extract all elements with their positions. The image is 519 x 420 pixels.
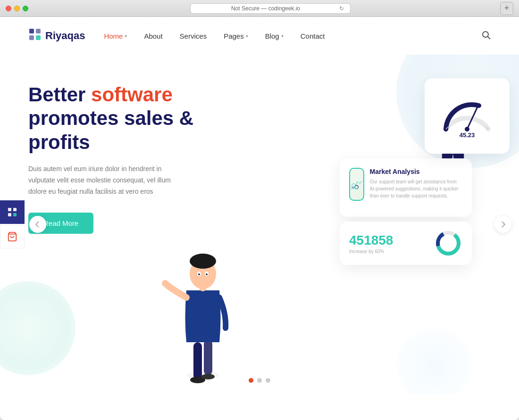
carousel-dot-2[interactable]	[257, 378, 262, 383]
svg-line-5	[488, 37, 490, 39]
refresh-icon[interactable]: ↻	[339, 5, 344, 12]
cart-widget[interactable]	[0, 225, 25, 248]
svg-point-18	[190, 254, 216, 269]
decorative-blob-bottom-right	[396, 328, 472, 394]
gauge-value: 45.23	[460, 132, 475, 139]
hero-text-block: Better software promotes sales & profits…	[28, 83, 193, 234]
chevron-down-icon: ▾	[281, 33, 284, 39]
logo-icon	[28, 28, 42, 44]
svg-rect-31	[352, 186, 353, 189]
svg-point-21	[198, 273, 200, 275]
window-controls	[6, 6, 28, 11]
svg-rect-2	[29, 35, 34, 40]
carousel-dots	[249, 378, 270, 383]
svg-point-22	[206, 273, 208, 275]
dashboard-cards: 45.23	[340, 78, 472, 265]
browser-window: Not Secure — codingeek.io ↻ + Riyaqas	[0, 0, 519, 420]
stats-card: 451858 Increase by 60%	[340, 222, 472, 265]
nav-item-services[interactable]: Services	[180, 32, 207, 40]
address-bar-container: Not Secure — codingeek.io ↻	[62, 3, 472, 14]
svg-rect-1	[36, 29, 41, 33]
close-button[interactable]	[6, 6, 11, 11]
svg-rect-3	[36, 35, 41, 40]
donut-chart	[434, 229, 462, 257]
svg-rect-32	[354, 187, 355, 189]
carousel-dot-3[interactable]	[266, 378, 270, 383]
stat-number: 451858	[349, 233, 393, 248]
nav-item-home[interactable]: Home ▾	[104, 32, 127, 40]
chart-box	[349, 168, 364, 201]
market-card-desc: Our support team will get assistance fro…	[370, 178, 462, 199]
stat-label: Increase by 60%	[349, 249, 393, 254]
carousel-arrow-right[interactable]	[494, 216, 511, 233]
logo[interactable]: Riyaqas	[28, 28, 85, 44]
maximize-button[interactable]	[23, 6, 28, 11]
svg-rect-30	[351, 187, 352, 189]
svg-point-15	[201, 374, 215, 379]
hero-title: Better software promotes sales & profits	[28, 83, 193, 154]
hero-section: Better software promotes sales & profits…	[0, 55, 519, 394]
nav-menu: Home ▾ About Services Pages ▾ Blog ▾	[104, 32, 325, 40]
decorative-blob-bottom-left	[0, 281, 75, 375]
svg-rect-12	[193, 342, 202, 380]
grid-widget[interactable]	[0, 200, 25, 224]
left-sidebar	[0, 200, 25, 248]
svg-point-4	[483, 32, 488, 37]
market-card-title: Market Analysis	[370, 168, 462, 175]
card-text: Market Analysis Our support team will ge…	[370, 168, 462, 199]
person-illustration	[160, 206, 245, 394]
card-chart-area: Market Analysis Our support team will ge…	[349, 168, 462, 201]
svg-rect-13	[204, 340, 212, 375]
website-content: Riyaqas Home ▾ About Services Pages ▾	[0, 17, 519, 420]
svg-rect-7	[13, 208, 17, 211]
svg-rect-6	[8, 208, 11, 211]
svg-point-25	[465, 127, 469, 132]
stat-text: 451858 Increase by 60%	[349, 233, 393, 254]
nav-item-pages[interactable]: Pages ▾	[224, 32, 248, 40]
logo-text: Riyaqas	[45, 30, 85, 42]
browser-titlebar: Not Secure — codingeek.io ↻ +	[0, 0, 519, 17]
carousel-dot-1[interactable]	[249, 378, 253, 383]
svg-rect-9	[13, 213, 17, 216]
hero-description: Duis autem vel eum iriure dolor in hendr…	[28, 164, 179, 197]
search-icon[interactable]	[481, 30, 491, 42]
navigation: Riyaqas Home ▾ About Services Pages ▾	[0, 17, 519, 55]
nav-item-blog[interactable]: Blog ▾	[265, 32, 284, 40]
chevron-down-icon: ▾	[125, 33, 127, 39]
svg-rect-8	[8, 213, 11, 216]
svg-point-23	[162, 281, 168, 285]
nav-item-about[interactable]: About	[144, 32, 162, 40]
address-input[interactable]: Not Secure — codingeek.io	[190, 3, 351, 14]
market-analysis-card: Market Analysis Our support team will ge…	[340, 158, 472, 217]
nav-item-contact[interactable]: Contact	[301, 32, 325, 40]
carousel-arrow-left[interactable]	[29, 216, 46, 233]
new-tab-button[interactable]: +	[500, 2, 513, 15]
gauge-card: 45.23	[425, 78, 510, 154]
chevron-down-icon: ▾	[246, 33, 248, 39]
svg-rect-0	[29, 29, 34, 33]
minimize-button[interactable]	[14, 6, 20, 11]
hero-title-highlight: software	[91, 83, 173, 106]
